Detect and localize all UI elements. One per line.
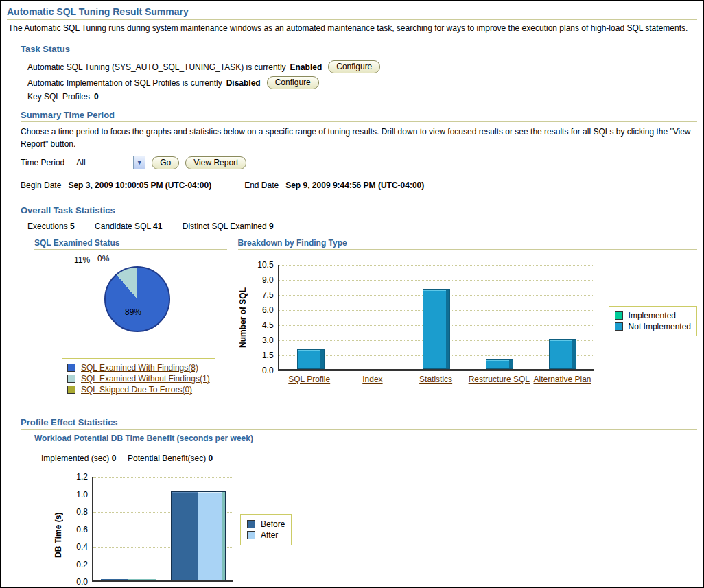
category-alternative-plan-link[interactable]: Alternative Plan — [530, 375, 594, 384]
legend-item-skipped: SQL Skipped Due To Errors(0) — [67, 385, 210, 395]
pie-chart — [104, 266, 170, 332]
begin-date-value: Sep 3, 2009 10:00:05 PM (UTC-04:00) — [68, 180, 211, 190]
page-title: Automatic SQL Tuning Result Summary — [7, 5, 697, 20]
bar-alternative-plan — [549, 339, 576, 369]
bar-restructure-sql — [486, 359, 513, 369]
executions-stat: Executions 5 — [27, 222, 77, 231]
time-period-label: Time Period — [21, 158, 64, 167]
profile-effect-statistics-section: Profile Effect Statistics Workload Poten… — [21, 417, 697, 588]
category-restructure-sql-link[interactable]: Restructure SQL — [467, 375, 530, 384]
y-tick: 0.8 — [67, 507, 88, 517]
configure-tuning-button[interactable]: Configure — [328, 60, 380, 73]
finding-chart-y-axis-label: Number of SQL — [238, 259, 248, 376]
auto-sql-tuning-status-text: Automatic SQL Tuning (SYS_AUTO_SQL_TUNIN… — [27, 62, 286, 72]
summary-time-period-heading: Summary Time Period — [21, 110, 697, 122]
legend-item-before: Before — [247, 519, 285, 529]
key-sql-profiles-label: Key SQL Profiles — [27, 92, 90, 102]
legend-item-without-findings: SQL Examined Without Findings(1) — [67, 374, 210, 384]
sql-examined-pie-chart: 11% 0% 89% — [34, 254, 227, 358]
candidate-sql-label: Candidate SQL — [95, 222, 151, 231]
legend-item-after: After — [247, 530, 285, 540]
task-status-section: Task Status Automatic SQL Tuning (SYS_AU… — [21, 44, 697, 102]
view-report-button[interactable]: View Report — [185, 156, 246, 169]
overall-task-statistics-heading: Overall Task Statistics — [21, 205, 697, 217]
potential-benefit-value: 0 — [209, 454, 213, 463]
overall-task-statistics-section: Overall Task Statistics Executions 5 Can… — [21, 205, 697, 399]
legend-item-implemented: Implemented — [615, 311, 691, 320]
key-sql-profiles-line: Key SQL Profiles 0 — [27, 92, 697, 102]
finding-type-bar-chart: Number of SQL 10.5 9.0 7.5 6.0 4.5 3.0 1… — [238, 259, 697, 391]
after-swatch-icon — [247, 531, 255, 539]
potential-benefit-label: Potential Benefit(sec) — [128, 454, 206, 463]
y-tick: 1.0 — [67, 490, 88, 499]
without-findings-swatch-icon — [67, 375, 75, 383]
sql-examined-status-panel: SQL Examined Status 11% 0% 89% SQL Exami… — [34, 238, 227, 399]
begin-date-label: Begin Date — [21, 180, 61, 190]
overall-stats-row: Executions 5 Candidate SQL 41 Distinct S… — [27, 222, 697, 231]
recommended-bar-group — [163, 477, 233, 580]
breakdown-heading: Breakdown by Finding Type — [238, 238, 697, 250]
y-tick: 0.0 — [250, 366, 274, 375]
y-tick: 0.4 — [67, 542, 88, 552]
auto-sql-tuning-status-line: Automatic SQL Tuning (SYS_AUTO_SQL_TUNIN… — [27, 60, 697, 73]
time-period-selected-value: All — [73, 158, 133, 167]
after-legend-label: After — [261, 530, 278, 540]
with-findings-swatch-icon — [67, 364, 75, 372]
bar-recommended-before — [171, 491, 198, 580]
implemented-legend-label: Implemented — [629, 311, 676, 320]
configure-implementation-button[interactable]: Configure — [267, 76, 319, 89]
y-tick: 1.5 — [250, 351, 274, 360]
workload-benefit-heading: Workload Potential DB Time Benefit (seco… — [34, 434, 255, 445]
bar-statistics — [423, 289, 450, 369]
with-findings-link[interactable]: SQL Examined With Findings(8) — [81, 363, 198, 373]
implemented-swatch-icon — [615, 311, 623, 320]
end-date-label: End Date — [244, 180, 279, 190]
y-tick: 1.2 — [67, 472, 88, 482]
time-period-select[interactable]: All ▼ — [73, 156, 145, 169]
breakdown-by-finding-type-panel: Breakdown by Finding Type Number of SQL … — [238, 238, 697, 399]
profile-effect-heading: Profile Effect Statistics — [21, 417, 697, 430]
sql-examined-status-heading: SQL Examined Status — [34, 238, 227, 250]
y-tick: 7.5 — [250, 290, 274, 300]
before-legend-label: Before — [261, 519, 285, 529]
y-tick: 10.5 — [250, 260, 274, 270]
skipped-swatch-icon — [67, 386, 75, 394]
chevron-down-icon[interactable]: ▼ — [133, 156, 145, 169]
category-statistics-link[interactable]: Statistics — [404, 375, 467, 384]
auto-implementation-status-line: Automatic Implementation of SQL Profiles… — [27, 76, 697, 89]
candidate-sql-stat: Candidate SQL 41 — [95, 222, 165, 231]
summary-time-period-section: Summary Time Period Choose a time period… — [21, 110, 697, 190]
pie-label-with-findings: 89% — [125, 307, 141, 317]
summary-time-period-description: Choose a time period to focus the graphs… — [21, 126, 693, 150]
pie-label-without-findings: 11% — [74, 255, 90, 265]
y-tick: 4.5 — [250, 320, 274, 330]
distinct-sql-stat: Distinct SQL Examined 9 — [183, 222, 274, 231]
implemented-sec-label: Implemented (sec) — [41, 454, 109, 463]
finding-chart-legend: Implemented Not Implemented — [609, 306, 697, 336]
before-swatch-icon — [247, 520, 255, 528]
key-sql-profiles-value: 0 — [94, 92, 99, 102]
not-implemented-legend-label: Not Implemented — [629, 322, 691, 331]
distinct-sql-value: 9 — [269, 222, 274, 231]
candidate-sql-value: 41 — [153, 222, 162, 231]
bar-sql-profile — [297, 349, 325, 369]
y-tick: 0.0 — [67, 577, 88, 587]
pie-legend: SQL Examined With Findings(8) SQL Examin… — [62, 358, 215, 399]
executions-value: 5 — [70, 222, 75, 231]
y-tick: 3.0 — [250, 336, 274, 345]
auto-sql-tuning-status-value: Enabled — [290, 62, 322, 72]
y-tick: 0.2 — [67, 560, 88, 569]
category-index-link[interactable]: Index — [341, 375, 404, 384]
skipped-errors-link[interactable]: SQL Skipped Due To Errors(0) — [81, 385, 192, 395]
category-sql-profile-link[interactable]: SQL Profile — [278, 375, 341, 384]
go-button[interactable]: Go — [152, 156, 179, 169]
executions-label: Executions — [27, 222, 68, 231]
y-tick: 9.0 — [250, 275, 274, 285]
bar-recommended-after — [198, 491, 226, 580]
y-tick: 6.0 — [250, 305, 274, 315]
without-findings-link[interactable]: SQL Examined Without Findings(1) — [81, 374, 210, 384]
pie-label-skipped: 0% — [97, 254, 109, 263]
end-date-value: Sep 9, 2009 9:44:56 PM (UTC-04:00) — [285, 180, 424, 190]
bar-implemented-before — [101, 579, 128, 580]
implemented-bar-group — [93, 477, 163, 580]
